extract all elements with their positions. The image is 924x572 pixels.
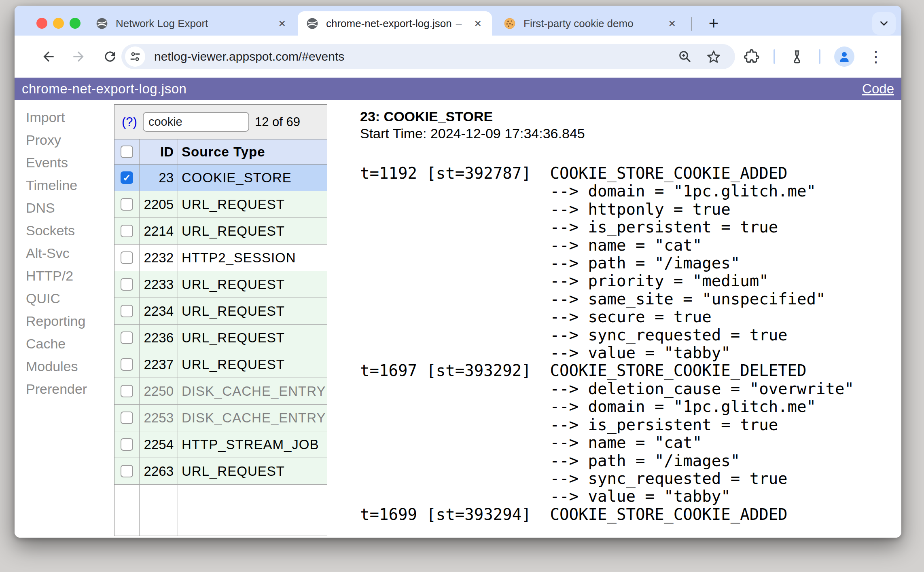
table-row-2253[interactable]: 2253DISK_CACHE_ENTRY [114, 405, 327, 431]
row-checkbox[interactable] [121, 278, 133, 291]
url-text[interactable]: netlog-viewer.appspot.com/#events [154, 50, 678, 63]
person-icon [837, 50, 851, 63]
chevron-down-icon [878, 17, 890, 30]
row-checkbox[interactable]: ✓ [121, 171, 133, 184]
close-icon[interactable]: × [278, 17, 286, 30]
tab-title: chrome-net-export-log.json [326, 17, 452, 30]
tab-first-party-cookie-demo[interactable]: First-party cookie demo × [494, 11, 686, 36]
table-row-2254[interactable]: 2254HTTP_STREAM_JOB [114, 431, 327, 458]
table-empty-area [114, 485, 327, 536]
row-id-cell: 2254 [140, 431, 178, 458]
event-detail-pane: 23: COOKIE_STORE Start Time: 2024-12-09 … [328, 100, 901, 538]
row-checkbox[interactable] [121, 358, 133, 371]
code-link[interactable]: Code [862, 81, 894, 97]
close-window-button[interactable] [36, 18, 47, 29]
sidebar-item-sockets[interactable]: Sockets [26, 219, 114, 242]
sidebar-item-reporting[interactable]: Reporting [26, 310, 114, 332]
sidebar-item-import[interactable]: Import [26, 106, 114, 129]
close-icon[interactable]: × [668, 17, 676, 30]
row-checkbox[interactable] [121, 251, 133, 264]
forward-arrow-icon [71, 49, 86, 64]
zoom-icon [678, 49, 692, 64]
globe-icon [306, 17, 319, 30]
filter-help-link[interactable]: (?) [122, 115, 137, 129]
row-source-type-cell: HTTP_STREAM_JOB [178, 431, 327, 458]
sidebar-item-dns[interactable]: DNS [26, 196, 114, 219]
sidebar-item-events[interactable]: Events [26, 151, 114, 174]
tab-divider [691, 17, 692, 31]
sidebar-item-cache[interactable]: Cache [26, 332, 114, 355]
tab-title: First-party cookie demo [523, 17, 634, 30]
row-checkbox[interactable] [121, 465, 133, 477]
address-bar[interactable]: netlog-viewer.appspot.com/#events [121, 44, 735, 69]
row-source-type-cell: DISK_CACHE_ENTRY [178, 405, 327, 431]
row-checkbox[interactable] [121, 385, 133, 397]
table-row-2234[interactable]: 2234URL_REQUEST [114, 298, 327, 325]
row-id-cell: 23 [140, 165, 178, 191]
row-source-type-cell: HTTP2_SESSION [178, 245, 327, 271]
row-checkbox[interactable] [121, 305, 133, 317]
zoom-window-button[interactable] [70, 18, 81, 29]
sidebar-item-http-2[interactable]: HTTP/2 [26, 264, 114, 287]
reload-button[interactable] [102, 49, 118, 65]
profile-avatar[interactable] [834, 46, 854, 67]
browser-toolbar: netlog-viewer.appspot.com/#events [15, 36, 901, 78]
row-checkbox[interactable] [121, 198, 133, 211]
sidebar-item-timeline[interactable]: Timeline [26, 174, 114, 196]
star-icon [706, 49, 721, 64]
tab-search-button[interactable] [872, 12, 896, 35]
new-tab-button[interactable]: + [702, 12, 725, 35]
tune-icon [129, 51, 141, 63]
table-row-2233[interactable]: 2233URL_REQUEST [114, 271, 327, 298]
table-row-23[interactable]: ✓23COOKIE_STORE [114, 165, 327, 191]
sidebar-item-modules[interactable]: Modules [26, 355, 114, 378]
minimize-window-button[interactable] [53, 18, 64, 29]
sidebar-item-prerender[interactable]: Prerender [26, 378, 114, 400]
row-id-cell: 2234 [140, 298, 178, 324]
table-row-2250[interactable]: 2250DISK_CACHE_ENTRY [114, 378, 327, 405]
row-checkbox[interactable] [121, 331, 133, 344]
zoom-button[interactable] [678, 49, 692, 64]
row-checkbox[interactable] [121, 225, 133, 237]
filter-match-count: 12 of 69 [255, 115, 300, 129]
loaded-file-name: chrome-net-export-log.json [22, 81, 186, 97]
nav-sidebar: ImportProxyEventsTimelineDNSSocketsAlt-S… [15, 100, 114, 538]
table-row-2237[interactable]: 2237URL_REQUEST [114, 351, 327, 378]
chrome-labs-button[interactable] [789, 49, 805, 65]
extensions-button[interactable] [744, 49, 760, 65]
sidebar-item-proxy[interactable]: Proxy [26, 129, 114, 151]
reload-icon [102, 49, 118, 64]
forward-button[interactable] [70, 49, 87, 65]
select-all-checkbox[interactable] [121, 146, 133, 158]
select-all-checkbox-cell [114, 139, 140, 164]
tab-chrome-net-export-log[interactable]: chrome-net-export-log.json – × [298, 11, 492, 36]
table-rows: ✓23COOKIE_STORE2205URL_REQUEST2214URL_RE… [114, 165, 327, 485]
sidebar-item-alt-svc[interactable]: Alt-Svc [26, 242, 114, 264]
row-source-type-cell: URL_REQUEST [178, 325, 327, 351]
tab-network-log-export[interactable]: Network Log Export × [95, 11, 296, 36]
table-row-2232[interactable]: 2232HTTP2_SESSION [114, 245, 327, 271]
bookmark-button[interactable] [706, 49, 721, 64]
sidebar-item-quic[interactable]: QUIC [26, 287, 114, 310]
puzzle-icon [744, 49, 760, 65]
row-source-type-cell: URL_REQUEST [178, 458, 327, 484]
row-source-type-cell: URL_REQUEST [178, 298, 327, 324]
back-button[interactable] [40, 49, 57, 65]
row-checkbox[interactable] [121, 438, 133, 451]
row-checkbox[interactable] [121, 412, 133, 424]
table-row-2214[interactable]: 2214URL_REQUEST [114, 218, 327, 245]
menu-button[interactable]: ⋮ [868, 49, 884, 64]
close-icon[interactable]: × [474, 17, 481, 30]
tab-title: Network Log Export [116, 17, 208, 30]
tab-strip: Network Log Export × chrome-net-export-l… [15, 6, 901, 36]
filter-input[interactable] [143, 112, 249, 132]
site-info-button[interactable] [125, 46, 145, 67]
table-row-2205[interactable]: 2205URL_REQUEST [114, 191, 327, 218]
toolbar-divider [774, 49, 775, 64]
row-id-cell: 2236 [140, 325, 178, 351]
table-row-2236[interactable]: 2236URL_REQUEST [114, 325, 327, 351]
column-header-source-type[interactable]: Source Type [178, 139, 327, 164]
column-header-id[interactable]: ID [140, 139, 178, 164]
row-id-cell: 2232 [140, 245, 178, 271]
table-row-2263[interactable]: 2263URL_REQUEST [114, 458, 327, 485]
